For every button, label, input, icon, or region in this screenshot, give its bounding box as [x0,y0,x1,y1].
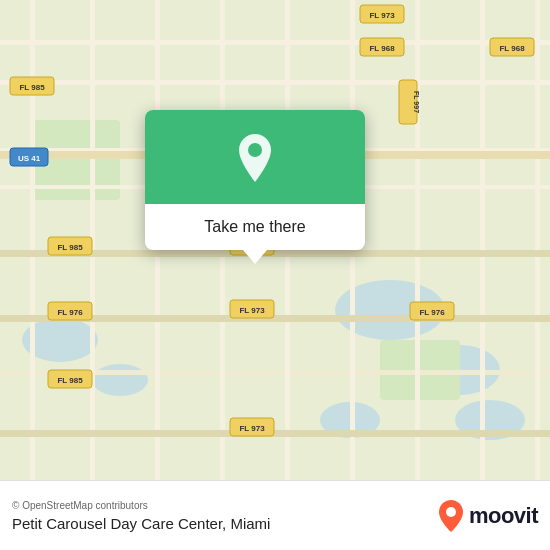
svg-text:FL 997: FL 997 [413,91,420,113]
popup-top [145,110,365,204]
place-name: Petit Carousel Day Care Center, Miami [12,515,270,532]
svg-rect-11 [0,80,550,85]
svg-text:US 41: US 41 [18,154,41,163]
svg-rect-25 [480,0,485,480]
bottom-bar: © OpenStreetMap contributors Petit Carou… [0,480,550,550]
svg-text:FL 968: FL 968 [499,44,525,53]
bottom-left: © OpenStreetMap contributors Petit Carou… [12,500,270,532]
svg-rect-10 [0,40,550,45]
svg-text:FL 968: FL 968 [369,44,395,53]
moovit-logo: moovit [437,499,538,533]
svg-text:FL 985: FL 985 [57,243,83,252]
svg-rect-26 [535,0,540,480]
svg-text:FL 985: FL 985 [19,83,45,92]
svg-text:FL 985: FL 985 [57,376,83,385]
svg-text:FL 973: FL 973 [239,306,265,315]
moovit-pin-icon [437,499,465,533]
svg-rect-24 [415,0,420,480]
popup-card: Take me there [145,110,365,250]
svg-rect-18 [30,0,35,480]
svg-rect-30 [0,430,550,437]
take-me-there-button[interactable]: Take me there [194,204,315,250]
svg-text:FL 973: FL 973 [369,11,395,20]
location-pin-icon [233,132,277,184]
svg-text:FL 973: FL 973 [239,424,265,433]
svg-text:FL 976: FL 976 [419,308,445,317]
attribution: © OpenStreetMap contributors [12,500,270,511]
moovit-text: moovit [469,503,538,529]
map-container: FL 973 FL 973 FL 973 FL 985 FL 985 FL 97… [0,0,550,480]
svg-text:FL 976: FL 976 [57,308,83,317]
svg-point-59 [446,507,456,517]
svg-point-2 [92,364,148,396]
svg-point-58 [248,143,262,157]
